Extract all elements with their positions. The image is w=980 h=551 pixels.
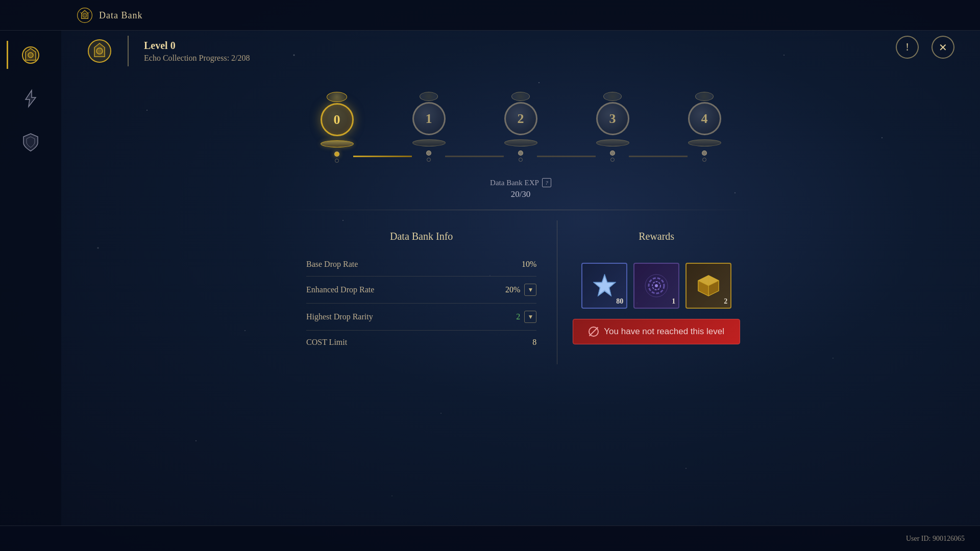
highest-rarity-dropdown[interactable]: ▼ xyxy=(524,311,536,323)
svg-point-1 xyxy=(83,13,87,17)
figure-globe-0 xyxy=(327,92,347,102)
header-divider xyxy=(128,36,129,66)
sidebar xyxy=(0,31,61,525)
close-icon: ✕ xyxy=(939,41,947,54)
dot-below-2 xyxy=(519,158,523,162)
info-section-title: Data Bank Info xyxy=(306,231,536,242)
enhanced-drop-value: 20% ▼ xyxy=(505,284,536,296)
sidebar-item-shield[interactable] xyxy=(17,128,45,156)
not-reached-label: You have not reached this level xyxy=(604,327,724,337)
connector-dot-2 xyxy=(518,151,523,156)
exp-help-icon[interactable]: ? xyxy=(542,178,551,187)
figure-base-1 xyxy=(412,139,446,146)
level-node-0[interactable]: 0 xyxy=(291,92,383,163)
connector-2 xyxy=(537,156,596,157)
main-divider xyxy=(286,210,755,210)
level-node-2[interactable]: 2 xyxy=(475,92,567,162)
bottom-bar: User ID: 900126065 xyxy=(0,525,980,551)
level-node-3[interactable]: 3 xyxy=(567,92,658,162)
svg-point-7 xyxy=(96,48,103,54)
connector-1 xyxy=(445,156,504,157)
figure-globe-4 xyxy=(695,92,714,101)
progress-label: Echo Collection Progress: 2/208 xyxy=(144,54,250,63)
shield-icon xyxy=(20,132,41,152)
dot-below-3 xyxy=(610,158,615,162)
base-drop-label: Base Drop Rate xyxy=(306,260,358,269)
enhanced-drop-dropdown[interactable]: ▼ xyxy=(524,284,536,296)
cost-limit-label: COST Limit xyxy=(306,338,347,347)
level-circle-0: 0 xyxy=(321,103,354,136)
enhanced-drop-label: Enhanced Drop Rate xyxy=(306,285,374,294)
exclamation-button[interactable]: ! xyxy=(896,36,919,59)
info-row-highest-rarity: Highest Drop Rarity 2 ▼ xyxy=(306,304,536,331)
dot-below-1 xyxy=(427,158,431,162)
data-bank-title: Data Bank xyxy=(99,10,142,21)
connector-dot-1 xyxy=(426,151,431,156)
dot-below-4 xyxy=(702,158,706,162)
connector-dot-4 xyxy=(702,151,707,156)
close-button[interactable]: ✕ xyxy=(932,36,954,59)
connector-3 xyxy=(629,156,688,157)
header: Level 0 Echo Collection Progress: 2/208 xyxy=(61,31,980,71)
spiral-reward-icon xyxy=(643,272,671,300)
info-panel: Data Bank Info Base Drop Rate 10% Enhanc… xyxy=(286,220,755,364)
highest-rarity-value: 2 ▼ xyxy=(516,311,536,323)
reward-item-star: 80 xyxy=(581,263,627,309)
rewards-section-title: Rewards xyxy=(639,231,674,242)
figure-globe-2 xyxy=(511,92,530,101)
exclamation-icon: ! xyxy=(905,41,909,53)
level-circle-2: 2 xyxy=(504,102,537,135)
figure-base-2 xyxy=(504,139,537,146)
main-content: 0 1 2 3 xyxy=(61,71,980,525)
reward-item-cube: 2 xyxy=(685,263,731,309)
spiral-reward-count: 1 xyxy=(672,297,675,306)
figure-base-3 xyxy=(596,139,629,146)
info-row-base-drop: Base Drop Rate 10% xyxy=(306,253,536,277)
level-label: Level 0 xyxy=(144,40,250,52)
exp-section: Data Bank EXP ? 20/30 xyxy=(490,178,551,199)
top-bank-label: Data Bank xyxy=(61,0,158,31)
highest-rarity-label: Highest Drop Rarity xyxy=(306,312,373,321)
ban-icon xyxy=(589,327,599,337)
cube-reward-icon xyxy=(695,272,723,300)
figure-globe-1 xyxy=(420,92,438,101)
reward-item-spiral: 1 xyxy=(633,263,679,309)
rewards-grid: 80 1 xyxy=(581,263,731,309)
level-circle-4: 4 xyxy=(688,102,721,135)
connector-dot-3 xyxy=(610,151,615,156)
info-row-cost-limit: COST Limit 8 xyxy=(306,331,536,354)
figure-base-4 xyxy=(688,139,721,146)
level-circle-3: 3 xyxy=(596,102,629,135)
header-info: Level 0 Echo Collection Progress: 2/208 xyxy=(144,40,250,63)
data-bank-icon xyxy=(77,7,93,23)
star-reward-icon xyxy=(591,272,619,300)
top-bar: Data Bank xyxy=(0,0,980,31)
sidebar-item-lightning[interactable] xyxy=(17,84,45,112)
exp-label: Data Bank EXP ? xyxy=(490,178,551,187)
connector-0 xyxy=(353,156,412,157)
svg-point-5 xyxy=(28,53,33,58)
star-reward-count: 80 xyxy=(616,297,623,306)
svg-point-13 xyxy=(655,284,658,287)
not-reached-button[interactable]: You have not reached this level xyxy=(573,319,740,344)
level-node-4[interactable]: 4 xyxy=(658,92,750,162)
sidebar-item-databank[interactable] xyxy=(17,41,45,69)
info-right: Rewards 80 xyxy=(557,220,755,364)
cost-limit-value: 8 xyxy=(532,338,536,347)
info-row-enhanced-drop: Enhanced Drop Rate 20% ▼ xyxy=(306,277,536,304)
lightning-icon xyxy=(20,88,41,109)
header-avatar-icon xyxy=(87,38,112,64)
figure-globe-3 xyxy=(603,92,622,101)
level-circle-1: 1 xyxy=(412,102,446,135)
cube-reward-count: 2 xyxy=(724,297,727,306)
level-node-1[interactable]: 1 xyxy=(383,92,475,162)
connector-dot-0 xyxy=(334,152,339,157)
dot-below-0 xyxy=(335,159,339,163)
figure-base-0 xyxy=(321,140,354,147)
user-id-label: User ID: 900126065 xyxy=(906,535,965,543)
info-left: Data Bank Info Base Drop Rate 10% Enhanc… xyxy=(286,220,557,364)
base-drop-value: 10% xyxy=(522,260,536,269)
exp-value: 20/30 xyxy=(490,189,551,199)
top-right-icons: ! ✕ xyxy=(896,36,954,59)
level-track: 0 1 2 3 xyxy=(291,82,750,163)
